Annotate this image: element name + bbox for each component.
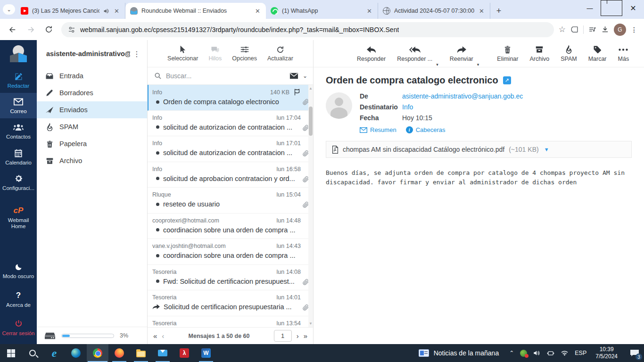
tab-youtube[interactable]: (3) Las 25 Mejores Cancione ✕ xyxy=(16,3,125,19)
sidebar-item-compose[interactable]: Redactar xyxy=(0,67,37,93)
list-item[interactable]: Infolun 16:58 solicitud de aprobacion co… xyxy=(148,162,313,188)
taskbar-search-button[interactable] xyxy=(22,344,43,362)
wifi-icon[interactable] xyxy=(561,350,569,356)
to-address-link[interactable]: Info xyxy=(402,103,413,111)
language-indicator[interactable]: ESP xyxy=(575,350,586,356)
volume-icon[interactable] xyxy=(533,350,541,356)
refresh-button[interactable]: Actualizar xyxy=(267,45,293,62)
sidebar-item-calendar[interactable]: Calendario xyxy=(0,144,37,170)
search-input[interactable] xyxy=(166,72,285,80)
attachment-dropdown-icon[interactable]: ▼ xyxy=(544,147,549,152)
meet-now-icon[interactable] xyxy=(547,350,554,357)
list-item[interactable]: Tesorerialun 14:08 Fwd: Solicitud de cer… xyxy=(148,265,313,291)
scroll-down-icon[interactable]: ▼ xyxy=(309,321,313,326)
reply-all-dropdown-icon[interactable]: ▾ xyxy=(436,62,438,67)
list-scrollbar[interactable]: ▲ ▼ xyxy=(308,85,313,327)
address-bar[interactable]: webmail.sanjuan.gob.ec/cpsess2151491327/… xyxy=(61,22,554,37)
close-window-button[interactable]: ✕ xyxy=(622,0,644,16)
taskbar-edge-button[interactable] xyxy=(65,344,87,362)
taskbar-clock[interactable]: 10:39 7/5/2024 xyxy=(593,346,620,360)
tab-whatsapp[interactable]: (1) WhatsApp ✕ xyxy=(266,3,378,19)
forward-button[interactable] xyxy=(23,22,39,38)
sidebar-item-about[interactable]: ? Acerca de xyxy=(0,287,37,312)
attachment-filename[interactable]: chompas AM sin discapacidad Catálogo ele… xyxy=(343,146,504,153)
folder-actions-icon[interactable]: ⋮ xyxy=(130,49,143,58)
folder-item-inbox[interactable]: Entrada xyxy=(37,67,147,84)
delete-button[interactable]: Eliminar xyxy=(497,45,518,62)
forward-button[interactable]: Reenviar xyxy=(450,45,473,62)
more-button[interactable]: Más xyxy=(618,45,629,62)
list-item[interactable]: vane.v.joshtin@hotmail.comlun 14:43 coor… xyxy=(148,239,313,265)
reload-button[interactable] xyxy=(41,22,57,38)
spam-button[interactable]: SPAM xyxy=(561,45,577,62)
tab-roundcube[interactable]: Roundcube Webmail :: Enviados ✕ xyxy=(125,3,266,19)
new-tab-button[interactable]: + xyxy=(492,4,505,17)
tab-close-icon[interactable]: ✕ xyxy=(366,8,373,15)
headers-link[interactable]: i Cabeceras xyxy=(406,126,446,133)
tab-close-icon[interactable]: ✕ xyxy=(478,8,485,15)
taskbar-firefox-button[interactable] xyxy=(108,344,130,362)
sidebar-item-logout[interactable]: Cerrar sesión xyxy=(0,315,37,340)
from-address-link[interactable]: asistente-administrativo@sanjuan.gob.ec xyxy=(402,92,523,100)
open-in-new-window-icon[interactable]: ↗ xyxy=(503,76,511,84)
taskbar-mail-button[interactable] xyxy=(152,344,173,362)
search-options-chevron-icon[interactable]: ⌄ xyxy=(303,73,307,79)
minimize-button[interactable]: — xyxy=(579,0,601,16)
taskbar-acrobat-button[interactable]: λ xyxy=(173,344,195,362)
tab-audio-icon[interactable] xyxy=(103,8,109,14)
folder-item-trash[interactable]: Papelera xyxy=(37,135,147,152)
list-item[interactable]: Tesorerialun 14:01 Solicitud de certific… xyxy=(148,290,313,316)
select-button[interactable]: Seleccionar xyxy=(167,45,198,62)
tab-close-icon[interactable]: ✕ xyxy=(254,8,261,15)
back-button[interactable] xyxy=(5,22,21,38)
taskbar-chrome-button[interactable] xyxy=(87,344,108,362)
summary-link[interactable]: Resumen xyxy=(360,126,396,133)
site-settings-icon[interactable] xyxy=(68,26,75,33)
antivirus-tray-icon[interactable] xyxy=(520,350,527,357)
first-page-icon[interactable]: « xyxy=(153,332,157,340)
sidebar-item-mail[interactable]: Correo xyxy=(0,93,37,118)
sidebar-item-settings[interactable]: Configuraci... xyxy=(0,170,37,195)
sidebar-item-dark-mode[interactable]: Modo oscuro xyxy=(0,258,37,283)
folder-item-drafts[interactable]: Borradores xyxy=(37,84,147,101)
list-item[interactable]: cooprotexri@hotmail.comlun 14:48 coordin… xyxy=(148,214,313,239)
taskbar-word-button[interactable]: W xyxy=(195,344,217,362)
next-page-icon[interactable]: › xyxy=(297,332,299,340)
downloads-icon[interactable] xyxy=(601,25,609,33)
archive-button[interactable]: Archivo xyxy=(529,45,549,62)
scrollbar-thumb[interactable] xyxy=(309,107,313,136)
tab-search-button[interactable]: ⌄ xyxy=(3,4,15,15)
list-item[interactable]: Infolun 17:04 solicitud de autorizacion … xyxy=(148,111,313,137)
side-panel-icon[interactable] xyxy=(570,25,578,33)
folder-item-archive[interactable]: Archivo xyxy=(37,152,147,169)
restore-button[interactable] xyxy=(601,0,622,16)
search-scope-envelope-icon[interactable] xyxy=(289,73,298,79)
tab-close-icon[interactable]: ✕ xyxy=(113,8,120,15)
page-number-input[interactable] xyxy=(274,330,292,342)
forward-dropdown-icon[interactable]: ▾ xyxy=(477,62,479,67)
reply-button[interactable]: Responder xyxy=(357,45,386,62)
taskbar-explorer-button[interactable] xyxy=(130,344,152,362)
start-button[interactable] xyxy=(0,344,22,362)
scroll-up-icon[interactable]: ▲ xyxy=(309,86,313,90)
taskbar-ie-button[interactable]: e xyxy=(43,344,65,362)
action-center-button[interactable]: 3 xyxy=(625,344,644,362)
media-controls-icon[interactable] xyxy=(588,25,596,33)
folder-item-sent[interactable]: Enviados xyxy=(37,101,147,118)
browser-menu-icon[interactable]: ⋮ xyxy=(631,26,637,33)
hidden-icons-chevron[interactable]: ⌃ xyxy=(509,350,514,356)
list-item[interactable]: Rluquelun 15:04 reseteo de usuario xyxy=(148,188,313,214)
attachment-bar[interactable]: chompas AM sin discapacidad Catálogo ele… xyxy=(326,141,632,158)
mark-button[interactable]: Marcar xyxy=(588,45,607,62)
flag-icon[interactable] xyxy=(293,89,301,96)
threads-button[interactable]: Hilos xyxy=(208,45,222,62)
list-item[interactable]: Info 140 KB Orden de compra catalogo ele… xyxy=(148,85,313,111)
options-button[interactable]: Opciones xyxy=(232,45,257,62)
sidebar-item-contacts[interactable]: Contactos xyxy=(0,118,37,144)
folder-item-spam[interactable]: SPAM xyxy=(37,118,147,135)
tab-actividad[interactable]: Actividad 2024-05-07 07:30:00 ✕ xyxy=(378,3,490,19)
reply-all-button[interactable]: Responder ... xyxy=(397,45,432,62)
last-page-icon[interactable]: » xyxy=(304,332,307,340)
profile-avatar[interactable]: G xyxy=(614,24,626,36)
prev-page-icon[interactable]: ‹ xyxy=(162,332,164,340)
